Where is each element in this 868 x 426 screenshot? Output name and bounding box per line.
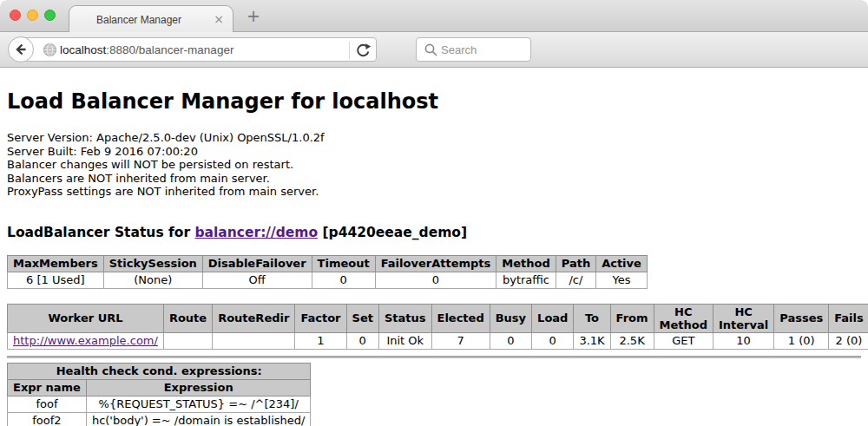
cell: Init Ok [378,332,431,349]
search-icon [424,43,438,57]
column-header: Timeout [312,255,375,272]
worker-url-link[interactable]: http://www.example.com/ [13,334,158,347]
status-heading-suffix: [p4420eeae_demo] [318,225,467,240]
url-input[interactable]: localhost:8880/balancer-manager [60,43,233,56]
column-header: Status [378,304,431,332]
url-bar[interactable]: localhost:8880/balancer-manager [21,37,377,62]
server-info: Server Version: Apache/2.5.0-dev (Unix) … [7,131,861,199]
column-header: Worker URL [8,304,164,332]
cell: Off [202,272,312,288]
notice-line: Balancer changes will NOT be persisted o… [7,158,861,172]
urlbar-divider [349,42,350,59]
column-header: Factor [295,304,346,332]
column-header: HC Interval [713,304,773,332]
cell: 10 [713,332,773,349]
cell: (None) [103,272,202,288]
cell-expr-name: foof [8,396,87,412]
notice-line: Balancers are NOT inherited from main se… [7,172,861,186]
column-header: From [610,304,654,332]
table-row: http://www.example.com/ 1 0 Init Ok 7 0 … [8,332,868,349]
zoom-window-button[interactable] [44,10,56,21]
url-domain: localhost [60,43,106,56]
reload-icon[interactable] [354,42,372,59]
cell-expression: %{REQUEST_STATUS} =~ /^[234]/ [86,396,311,412]
health-table-title: Health check cond. expressions: [8,363,311,379]
navigation-toolbar: localhost:8880/balancer-manager [0,32,868,68]
column-header: Expr name [8,379,87,396]
column-header: Route [163,304,212,332]
minimize-window-button[interactable] [27,10,38,21]
column-header: Busy [490,304,531,332]
url-path: :8880/balancer-manager [106,43,233,56]
tab-balancer-manager[interactable]: Balancer Manager × [69,5,233,33]
column-header: Path [556,255,595,272]
table-header-row: MaxMembers StickySession DisableFailover… [8,255,648,272]
cell: 2.5K [610,332,654,349]
cell: 6 [1 Used] [8,272,104,288]
new-tab-button[interactable]: + [247,6,260,25]
column-header: To [574,304,610,332]
balancer-summary-table: MaxMembers StickySession DisableFailover… [7,255,648,289]
table-row: 6 [1 Used] (None) Off 0 0 bytraffic /c/ … [8,272,648,288]
worker-table: Worker URL Route RouteRedir Factor Set S… [7,304,868,350]
table-row: foof %{REQUEST_STATUS} =~ /^[234]/ [8,396,311,412]
column-header: Fails [829,304,868,332]
globe-icon [43,43,57,57]
cell [213,332,295,349]
cell: 3.1K [574,332,610,349]
page-title: Load Balancer Manager for localhost [7,89,861,114]
cell: 1 [295,332,346,349]
cell: 0 [346,332,378,349]
cell-expression: hc('body') =~ /domain is established/ [86,412,311,426]
search-bar[interactable]: Search [416,37,531,62]
server-version-line: Server Version: Apache/2.5.0-dev (Unix) … [7,131,861,145]
column-header: RouteRedir [213,304,295,332]
tab-title: Balancer Manager [69,14,208,26]
server-built-line: Server Built: Feb 9 2016 07:00:20 [7,145,861,159]
column-header: Elected [431,304,490,332]
cell [163,332,212,349]
cell: 0 [532,332,574,349]
divider [7,356,861,358]
column-header: StickySession [103,255,202,272]
column-header: Set [346,304,378,332]
cell-worker-url: http://www.example.com/ [8,332,164,349]
cell: 1 (0) [774,332,829,349]
column-header: Load [532,304,574,332]
tab-close-icon[interactable]: × [214,12,224,26]
column-header: MaxMembers [8,255,104,272]
column-header: HC Method [654,304,713,332]
column-header: DisableFailover [202,255,312,272]
balancer-demo-link[interactable]: balancer://demo [194,225,318,240]
table-row: foof2 hc('body') =~ /domain is establish… [8,412,311,426]
back-button[interactable] [8,36,34,62]
cell: 2 (0) [829,332,868,349]
table-title-row: Health check cond. expressions: [8,363,311,379]
column-header: FailoverAttempts [375,255,496,272]
close-window-button[interactable] [10,10,21,21]
cell-expr-name: foof2 [8,412,87,426]
page-content: Load Balancer Manager for localhost Serv… [0,68,868,426]
cell: 0 [375,272,496,288]
cell: Yes [596,272,648,288]
notice-line: ProxyPass settings are NOT inherited fro… [7,185,861,199]
column-header: Active [596,255,648,272]
cell: /c/ [556,272,595,288]
cell: 0 [312,272,375,288]
table-header-row: Expr name Expression [8,379,311,396]
search-placeholder: Search [441,43,477,56]
health-check-table: Health check cond. expressions: Expr nam… [7,363,311,426]
column-header: Expression [86,379,311,396]
cell: bytraffic [496,272,556,288]
column-header: Method [496,255,556,272]
column-header: Passes [774,304,829,332]
browser-window: Balancer Manager × + localhost:8880/bala… [0,0,868,426]
cell: 0 [490,332,531,349]
status-heading-prefix: LoadBalancer Status for [7,225,194,240]
cell: GET [654,332,713,349]
cell: 7 [431,332,490,349]
table-header-row: Worker URL Route RouteRedir Factor Set S… [8,304,868,332]
titlebar: Balancer Manager × + [0,0,868,32]
loadbalancer-status-heading: LoadBalancer Status for balancer://demo … [7,225,861,240]
back-arrow-icon [13,42,29,57]
